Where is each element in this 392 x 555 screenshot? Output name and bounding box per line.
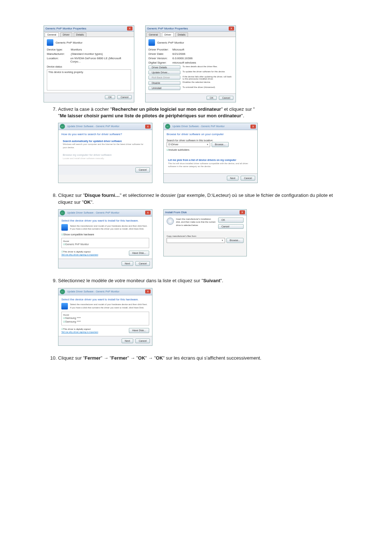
include-subfolders-checkbox[interactable]: Include subfolders [167, 148, 254, 152]
dlg-select-model: ←Update Driver Software - Generic PnP Mo… [58, 288, 152, 346]
step8-b2: OK [83, 199, 91, 205]
cancel-button[interactable]: Cancel [117, 95, 132, 99]
d3-crumb: Update Driver Software - Generic PnP Mon… [67, 125, 119, 128]
model-list: Model Generic PnP Monitor [61, 238, 149, 248]
driver-details-button[interactable]: Driver Details [148, 65, 180, 69]
opt-pick-sub: This list will show installed driver sof… [168, 162, 253, 168]
d5-heading: Select the device driver you want to ins… [61, 219, 149, 223]
step-7: Activez la case à cocher "Rechercher un … [58, 106, 348, 183]
cancel-button[interactable]: Cancel [241, 176, 255, 181]
back-icon[interactable]: ← [165, 124, 170, 129]
dlg-update-search-choice: ←Update Driver Software - Generic PnP Mo… [58, 123, 152, 183]
copy-from-combo[interactable]: ▾ [167, 238, 225, 243]
why-signing-link[interactable]: Tell me why driver signing is important [61, 331, 98, 333]
d5-titlebar: ←Update Driver Software - Generic PnP Mo… [58, 210, 152, 216]
next-button[interactable]: Next [227, 176, 238, 181]
ok-button[interactable]: OK [105, 95, 115, 99]
back-icon[interactable]: ← [60, 124, 65, 129]
update-driver-button[interactable]: Update Driver... [148, 70, 180, 74]
s10-end: " sur les écrans qui s'affichent success… [163, 355, 261, 361]
d4-body: Browse for driver software on your compu… [164, 130, 257, 173]
signed-label: This driver is digitally signed. [63, 328, 91, 330]
dlg1-body: Generic PnP Monitor Device type:Monitors… [44, 37, 134, 93]
signed-label: This driver is digitally signed. [63, 251, 91, 253]
opt-auto-search[interactable]: Search automatically for updated driver … [61, 138, 149, 151]
close-icon[interactable]: X [229, 27, 234, 31]
tab-details[interactable]: Details [175, 32, 188, 37]
screenshots-pair-search: ←Update Driver Software - Generic PnP Mo… [58, 123, 348, 183]
model-item-1[interactable]: Samsung **** [63, 316, 147, 320]
val-device-type: Monitors [71, 48, 82, 51]
back-icon[interactable]: ← [60, 210, 65, 215]
have-disk-button[interactable]: Have Disk... [129, 328, 149, 333]
s10-pre: Cliquez sur " [58, 355, 85, 361]
step9-b1: Suivant [203, 278, 220, 283]
dlg-install-from-disk: Install From Disk X Insert the manufactu… [163, 209, 247, 256]
s10-b3: OK [138, 355, 145, 361]
model-item-2[interactable]: Samsung **** [63, 320, 147, 324]
tab-driver[interactable]: Driver [162, 32, 174, 37]
model-item[interactable]: Generic PnP Monitor [63, 243, 147, 246]
close-icon[interactable]: X [240, 210, 245, 214]
next-button[interactable]: Next [122, 261, 133, 266]
ok-button[interactable]: OK [218, 218, 244, 223]
d3-body: How do you want to search for driver sof… [58, 130, 152, 165]
close-icon[interactable]: X [145, 289, 151, 293]
dlg1-header: Generic PnP Monitor [56, 41, 82, 44]
opt-auto-sub: Windows will search your computer and th… [63, 143, 148, 149]
d3-titlebar: ←Update Driver Software - Generic PnP Mo… [58, 123, 152, 130]
cancel-button[interactable]: Cancel [135, 167, 150, 173]
d6-msg: Insert the manufacturer's installation d… [176, 218, 216, 227]
browse-button[interactable]: Browse... [212, 142, 229, 147]
dlg-monitor-properties-general: Generic PnP Monitor Properties X General… [44, 25, 134, 102]
cancel-button[interactable]: Cancel [218, 224, 244, 229]
step8-b1: Disque fourni… [85, 193, 120, 198]
step8-pre: Cliquez sur " [58, 193, 85, 198]
dlg2-tabs: General Driver Details [146, 32, 236, 37]
disk-icon [167, 218, 174, 225]
cancel-button[interactable]: Cancel [219, 96, 233, 100]
close-icon[interactable]: X [145, 125, 151, 129]
lbl-manufacturer: Manufacturer: [47, 52, 69, 56]
device-status-text: This device is working properly. [48, 71, 83, 73]
monitor-icon [61, 303, 68, 309]
screenshot-select-model: ←Update Driver Software - Generic PnP Mo… [58, 288, 348, 346]
close-icon[interactable]: X [250, 125, 256, 129]
opt-browse[interactable]: Browse my computer for driver software L… [61, 152, 149, 161]
browse-button[interactable]: Browse... [226, 238, 244, 243]
opt-browse-sub: Locate and install driver software manua… [63, 157, 148, 160]
lbl-version: Driver Version: [148, 57, 170, 60]
dlg1-titlebar: Generic PnP Monitor Properties X [44, 26, 134, 32]
s10-b4: OK [156, 355, 163, 361]
val-location: on NVIDIA GeForce 6800 LE (Microsoft Cor… [70, 57, 131, 63]
rollback-driver-button[interactable]: Roll Back Driver [148, 76, 180, 80]
uninstall-button[interactable]: Uninstall [148, 86, 180, 90]
val-date: 6/21/2006 [172, 52, 185, 56]
show-compatible-checkbox[interactable]: Show compatible hardware [61, 233, 149, 236]
step-9: Sélectionnez le modèle de votre moniteur… [58, 278, 348, 346]
back-icon[interactable]: ← [60, 289, 65, 294]
close-icon[interactable]: X [145, 211, 151, 215]
s10-b2: Fermer [111, 355, 127, 361]
disable-button[interactable]: Disable [148, 81, 180, 85]
next-button[interactable]: Next [122, 339, 133, 344]
uninstall-desc: To uninstall the driver (Advanced). [183, 86, 233, 88]
d5-sub: Select the manufacturer and model of you… [70, 224, 149, 231]
tab-driver[interactable]: Driver [60, 32, 72, 37]
tab-general[interactable]: General [45, 32, 59, 37]
show-compatible-label: Show compatible hardware [64, 233, 94, 236]
have-disk-button[interactable]: Have Disk... [129, 251, 149, 256]
why-signing-link[interactable]: Tell me why driver signing is important [61, 253, 98, 256]
opt-let-me-pick[interactable]: Let me pick from a list of device driver… [167, 157, 254, 170]
ok-button[interactable]: OK [207, 96, 217, 100]
d6-body: Insert the manufacturer's installation d… [164, 215, 246, 231]
cancel-button[interactable]: Cancel [135, 339, 150, 344]
close-icon[interactable]: X [127, 27, 132, 31]
path-combo[interactable]: D:\Driver▾ [167, 142, 210, 147]
model-list-2: Model Samsung **** Samsung **** [61, 312, 149, 325]
tab-general[interactable]: General [146, 32, 160, 37]
tab-details[interactable]: Details [74, 32, 86, 37]
update-driver-desc: To update the driver software for this d… [183, 70, 233, 73]
cancel-button[interactable]: Cancel [135, 261, 150, 266]
val-signer: microsoft windows [172, 61, 196, 64]
